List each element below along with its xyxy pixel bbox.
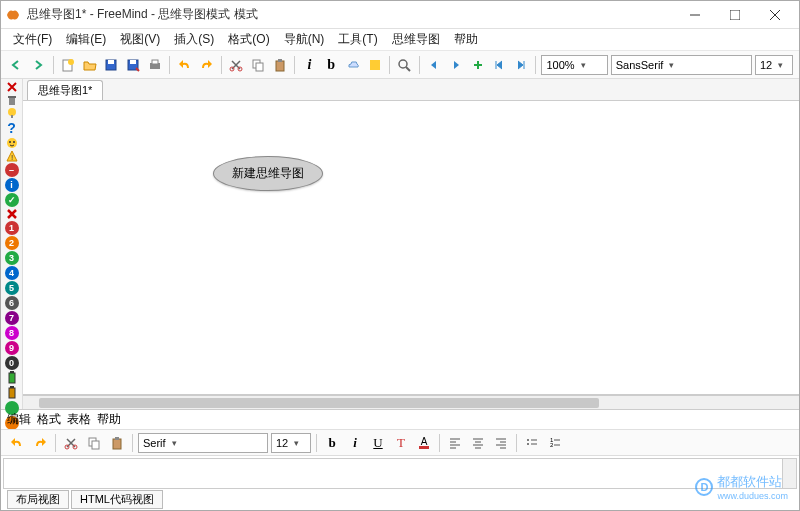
priority0-icon[interactable]: 0 <box>4 356 20 370</box>
happy-icon[interactable] <box>4 137 20 149</box>
note-underline-icon[interactable]: U <box>368 433 388 453</box>
separator <box>132 434 133 452</box>
align-right-icon[interactable] <box>491 433 511 453</box>
warning-icon[interactable]: ! <box>4 150 20 162</box>
note-textarea[interactable] <box>3 458 797 489</box>
minimize-button[interactable] <box>675 3 715 27</box>
menu-help[interactable]: 帮助 <box>448 29 484 50</box>
ok-icon[interactable]: ✓ <box>4 193 20 207</box>
fontsize-combo[interactable]: 12▾ <box>755 55 793 75</box>
bold-icon[interactable]: b <box>322 55 341 75</box>
note-size-combo[interactable]: 12▾ <box>271 433 311 453</box>
svg-point-26 <box>9 141 11 143</box>
note-font-combo[interactable]: Serif▾ <box>138 433 268 453</box>
note-paste-icon[interactable] <box>107 433 127 453</box>
layout-view-tab[interactable]: 布局视图 <box>7 490 69 509</box>
prev-map-icon[interactable] <box>7 55 26 75</box>
menu-navigate[interactable]: 导航(N) <box>278 29 331 50</box>
find-icon[interactable] <box>395 55 414 75</box>
priority4-icon[interactable]: 4 <box>4 266 20 280</box>
print-icon[interactable] <box>146 55 165 75</box>
list-number-icon[interactable]: 12 <box>545 433 565 453</box>
priority5-icon[interactable]: 5 <box>4 281 20 295</box>
priority2-icon[interactable]: 2 <box>4 236 20 250</box>
html-view-tab[interactable]: HTML代码视图 <box>71 490 163 509</box>
list-bullet-icon[interactable] <box>522 433 542 453</box>
bulb-icon[interactable] <box>4 107 20 119</box>
align-left-icon[interactable] <box>445 433 465 453</box>
document-tab[interactable]: 思维导图1* <box>27 80 103 100</box>
font-combo[interactable]: SansSerif▾ <box>611 55 752 75</box>
note-cut-icon[interactable] <box>61 433 81 453</box>
close-button[interactable] <box>755 3 795 27</box>
separator <box>535 56 536 74</box>
nav-first-icon[interactable] <box>490 55 509 75</box>
root-node[interactable]: 新建思维导图 <box>213 156 323 191</box>
cloud-icon[interactable] <box>343 55 362 75</box>
saveas-icon[interactable] <box>124 55 143 75</box>
separator <box>516 434 517 452</box>
cut-icon[interactable] <box>227 55 246 75</box>
horizontal-scrollbar[interactable] <box>23 395 799 409</box>
next-map-icon[interactable] <box>29 55 48 75</box>
note-menu-help[interactable]: 帮助 <box>97 411 121 428</box>
note-menu-table[interactable]: 表格 <box>67 411 91 428</box>
priority8-icon[interactable]: 8 <box>4 326 20 340</box>
info-icon[interactable]: i <box>4 178 20 192</box>
nav-left-icon[interactable] <box>425 55 444 75</box>
priority1-icon[interactable]: 1 <box>4 221 20 235</box>
note-clear-icon[interactable]: T <box>391 433 411 453</box>
note-menu-edit[interactable]: 编辑 <box>7 411 31 428</box>
undo-icon[interactable] <box>175 55 194 75</box>
maximize-button[interactable] <box>715 3 755 27</box>
new-icon[interactable] <box>58 55 77 75</box>
italic-icon[interactable]: i <box>300 55 319 75</box>
svg-rect-18 <box>370 60 380 70</box>
menu-file[interactable]: 文件(F) <box>7 29 58 50</box>
nav-right-icon[interactable] <box>446 55 465 75</box>
battery2-icon[interactable] <box>4 386 20 400</box>
separator <box>53 56 54 74</box>
svg-rect-17 <box>278 59 282 62</box>
battery-icon[interactable] <box>4 371 20 385</box>
priority6-icon[interactable]: 6 <box>4 296 20 310</box>
align-center-icon[interactable] <box>468 433 488 453</box>
priority9-icon[interactable]: 9 <box>4 341 20 355</box>
priority7-icon[interactable]: 7 <box>4 311 20 325</box>
nav-add-icon[interactable] <box>468 55 487 75</box>
app-icon <box>5 7 21 23</box>
note-menu-format[interactable]: 格式 <box>37 411 61 428</box>
menu-edit[interactable]: 编辑(E) <box>60 29 112 50</box>
separator <box>169 56 170 74</box>
note-bold-icon[interactable]: b <box>322 433 342 453</box>
icon-sidebar: ? ! – i ✓ 1 2 3 4 5 6 7 8 9 0 <box>1 79 23 409</box>
cancel-icon[interactable] <box>4 208 20 220</box>
nav-last-icon[interactable] <box>512 55 531 75</box>
menu-view[interactable]: 视图(V) <box>114 29 166 50</box>
delete-x-icon[interactable] <box>4 81 20 93</box>
note-copy-icon[interactable] <box>84 433 104 453</box>
menu-insert[interactable]: 插入(S) <box>168 29 220 50</box>
paste-icon[interactable] <box>270 55 289 75</box>
menu-format[interactable]: 格式(O) <box>222 29 275 50</box>
stop-icon[interactable]: – <box>4 163 20 177</box>
svg-rect-36 <box>92 441 99 449</box>
save-icon[interactable] <box>102 55 121 75</box>
main-toolbar: i b 100%▾ SansSerif▾ 12▾ <box>1 51 799 79</box>
trash-icon[interactable] <box>4 94 20 106</box>
note-color-icon[interactable]: A <box>414 433 434 453</box>
question-icon[interactable]: ? <box>4 120 20 136</box>
zoom-combo[interactable]: 100%▾ <box>541 55 607 75</box>
menu-tools[interactable]: 工具(T) <box>332 29 383 50</box>
note-italic-icon[interactable]: i <box>345 433 365 453</box>
note-undo-icon[interactable] <box>7 433 27 453</box>
note-redo-icon[interactable] <box>30 433 50 453</box>
color-icon[interactable] <box>365 55 384 75</box>
copy-icon[interactable] <box>248 55 267 75</box>
mindmap-canvas[interactable]: 新建思维导图 <box>23 101 799 395</box>
open-icon[interactable] <box>80 55 99 75</box>
redo-icon[interactable] <box>197 55 216 75</box>
scroll-thumb[interactable] <box>39 398 599 408</box>
priority3-icon[interactable]: 3 <box>4 251 20 265</box>
menu-mindmap[interactable]: 思维导图 <box>386 29 446 50</box>
